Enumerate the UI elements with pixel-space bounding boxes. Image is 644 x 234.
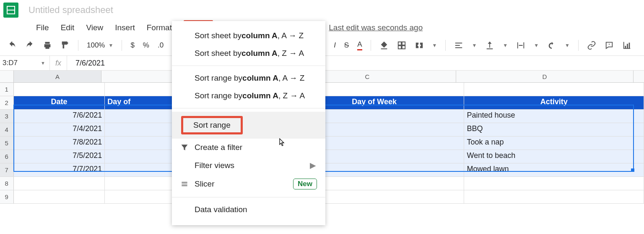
sheets-logo-icon bbox=[3, 3, 18, 18]
row-header-5[interactable]: 5 bbox=[0, 137, 14, 150]
new-badge: New bbox=[293, 179, 317, 189]
cell-A9[interactable] bbox=[14, 190, 105, 203]
formula-bar[interactable]: 7/6/2021 bbox=[67, 59, 105, 68]
cell-A6[interactable]: 7/5/2021 bbox=[14, 150, 105, 163]
menu-filter-views[interactable]: Filter views ▶ bbox=[172, 156, 325, 174]
row-header-1[interactable]: 1 bbox=[0, 83, 14, 96]
selection-handle[interactable] bbox=[631, 168, 634, 172]
menu-create-filter[interactable]: Create a filter bbox=[172, 139, 325, 156]
italic-button[interactable]: I bbox=[334, 41, 336, 50]
redo-icon[interactable] bbox=[25, 41, 34, 50]
menu-view[interactable]: View bbox=[80, 21, 109, 35]
text-color-button[interactable]: A bbox=[357, 40, 362, 50]
wrap-icon[interactable] bbox=[516, 41, 525, 50]
row-header-9[interactable]: 9 bbox=[0, 190, 14, 203]
submenu-arrow-icon: ▶ bbox=[310, 160, 316, 170]
row-header-8[interactable]: 8 bbox=[0, 177, 14, 190]
menu-sort-range-za[interactable]: Sort range by column A, Z → A bbox=[172, 87, 325, 105]
cell-A4[interactable]: 7/4/2021 bbox=[14, 123, 105, 136]
rotate-icon[interactable] bbox=[547, 41, 556, 50]
row-header-6[interactable]: 6 bbox=[0, 150, 14, 163]
fx-icon: fx bbox=[49, 56, 67, 70]
cell-D6[interactable]: Went to beach bbox=[464, 150, 644, 163]
cell-A1[interactable] bbox=[14, 83, 105, 96]
cell-D4[interactable]: BBQ bbox=[464, 123, 644, 136]
menu-sort-range[interactable]: Sort range bbox=[172, 112, 325, 139]
mouse-cursor-icon bbox=[277, 138, 287, 149]
menu-sort-sheet-az[interactable]: Sort sheet by column A, A → Z bbox=[172, 27, 325, 45]
menu-data-validation[interactable]: Data validation bbox=[172, 201, 325, 218]
cell-D5[interactable]: Took a nap bbox=[464, 137, 644, 150]
menu-edit[interactable]: Edit bbox=[55, 21, 80, 35]
last-edit-link[interactable]: Last edit was seconds ago bbox=[329, 23, 423, 32]
menu-insert[interactable]: Insert bbox=[109, 21, 141, 35]
menu-sort-sheet-za[interactable]: Sort sheet by column A, Z → A bbox=[172, 45, 325, 62]
undo-icon[interactable] bbox=[8, 41, 17, 50]
row-header-7[interactable]: 7 bbox=[0, 163, 14, 176]
cell-D9[interactable] bbox=[464, 190, 644, 203]
menu-file[interactable]: File bbox=[30, 21, 55, 35]
merge-cells-icon[interactable] bbox=[415, 41, 424, 50]
filter-icon bbox=[180, 143, 189, 152]
col-header-A[interactable]: A bbox=[14, 71, 101, 82]
menu-slicer[interactable]: Slicer New bbox=[172, 174, 325, 194]
doc-title[interactable]: Untitled spreadsheet bbox=[29, 5, 113, 16]
col-header-D[interactable]: D bbox=[456, 71, 634, 82]
row-header-3[interactable]: 3 bbox=[0, 110, 14, 123]
cell-A2[interactable]: Date bbox=[14, 96, 105, 109]
cell-D1[interactable] bbox=[464, 83, 644, 96]
cell-D3[interactable]: Painted house bbox=[464, 110, 644, 123]
paint-format-icon[interactable] bbox=[60, 41, 70, 50]
data-menu-dropdown: Sort sheet by column A, A → Z Sort sheet… bbox=[172, 21, 325, 225]
cell-A3[interactable]: 7/6/2021 bbox=[14, 110, 105, 123]
print-icon[interactable] bbox=[43, 41, 52, 50]
cell-D8[interactable] bbox=[464, 177, 644, 190]
menu-sort-range-az[interactable]: Sort range by column A, A → Z bbox=[172, 69, 325, 87]
link-icon[interactable] bbox=[587, 41, 596, 50]
percent-format-button[interactable]: % bbox=[143, 41, 149, 50]
slicer-icon bbox=[180, 180, 189, 188]
row-header-2[interactable]: 2 bbox=[0, 96, 14, 109]
cell-A8[interactable] bbox=[14, 177, 105, 190]
halign-icon[interactable] bbox=[454, 41, 463, 50]
strike-button[interactable]: S bbox=[344, 41, 349, 50]
cell-A7[interactable]: 7/7/2021 bbox=[14, 163, 105, 176]
zoom-selector[interactable]: 100%▼ bbox=[87, 41, 113, 50]
decimal-format-button[interactable]: .0 bbox=[158, 41, 164, 50]
comment-icon[interactable] bbox=[605, 41, 614, 50]
cell-D2[interactable]: Activity bbox=[464, 96, 644, 109]
name-box[interactable]: 3:D7▼ bbox=[0, 59, 49, 67]
borders-icon[interactable] bbox=[397, 41, 406, 50]
chart-icon[interactable] bbox=[622, 41, 631, 50]
fill-color-icon[interactable] bbox=[379, 41, 389, 50]
row-header-4[interactable]: 4 bbox=[0, 123, 14, 136]
cell-D7[interactable]: Mowed lawn bbox=[464, 163, 644, 176]
valign-icon[interactable] bbox=[485, 41, 494, 50]
select-all-corner[interactable] bbox=[0, 71, 14, 82]
currency-format-button[interactable]: $ bbox=[130, 41, 134, 50]
cell-A5[interactable]: 7/8/2021 bbox=[14, 137, 105, 150]
